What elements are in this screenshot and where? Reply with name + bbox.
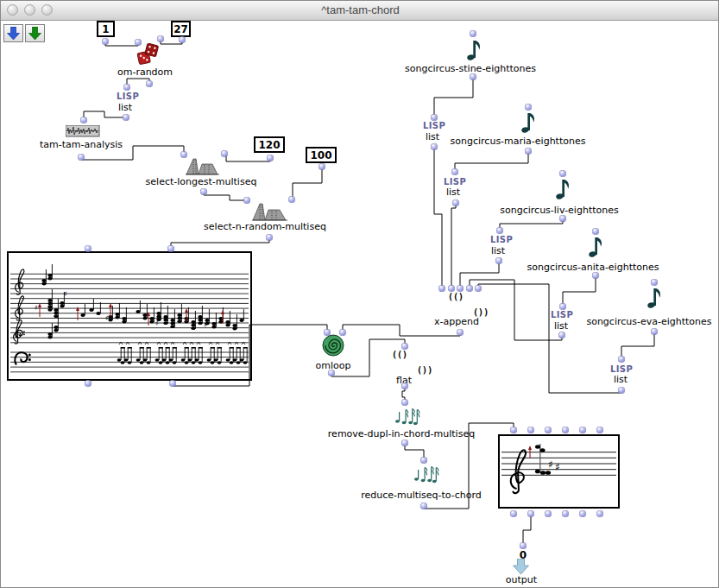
port[interactable] xyxy=(526,104,532,111)
port[interactable] xyxy=(597,427,603,433)
port[interactable] xyxy=(497,228,503,234)
port[interactable] xyxy=(546,511,552,517)
port[interactable] xyxy=(158,36,164,42)
port[interactable] xyxy=(470,74,476,80)
port[interactable] xyxy=(402,344,408,350)
patch-cord xyxy=(171,237,269,249)
port[interactable] xyxy=(563,511,569,517)
port[interactable] xyxy=(222,151,228,157)
patch-cord xyxy=(292,167,322,199)
port[interactable] xyxy=(563,427,569,433)
port[interactable] xyxy=(476,286,482,292)
port[interactable] xyxy=(546,427,552,433)
port[interactable] xyxy=(652,329,658,335)
port[interactable] xyxy=(511,511,517,517)
patch-cord xyxy=(500,218,563,231)
patch-cord xyxy=(455,151,528,172)
title-bar: ^tam-tam-chord xyxy=(1,1,719,21)
port[interactable] xyxy=(289,197,295,203)
port[interactable] xyxy=(340,330,346,336)
port[interactable] xyxy=(457,286,464,292)
port[interactable] xyxy=(124,85,130,91)
port[interactable] xyxy=(528,427,534,433)
port[interactable] xyxy=(580,427,586,433)
port[interactable] xyxy=(597,511,603,517)
port[interactable] xyxy=(402,383,408,389)
patch-window: ^tam-tam-chord 1 27 120 100 om-random xyxy=(0,0,719,588)
port[interactable] xyxy=(511,427,517,433)
port[interactable] xyxy=(457,330,464,336)
port[interactable] xyxy=(147,81,153,87)
port[interactable] xyxy=(81,117,87,123)
port[interactable] xyxy=(439,286,445,292)
port[interactable] xyxy=(402,440,408,446)
port[interactable] xyxy=(619,357,625,363)
port[interactable] xyxy=(267,235,273,241)
patch-cord xyxy=(84,111,126,120)
port[interactable] xyxy=(520,543,527,549)
port[interactable] xyxy=(180,37,186,43)
port[interactable] xyxy=(432,144,438,150)
port[interactable] xyxy=(79,155,85,161)
port[interactable] xyxy=(470,31,476,37)
port[interactable] xyxy=(244,198,250,204)
patch-cord xyxy=(343,325,460,336)
port[interactable] xyxy=(432,115,438,121)
port[interactable] xyxy=(652,280,658,286)
port[interactable] xyxy=(580,511,586,517)
port[interactable] xyxy=(181,152,187,158)
port[interactable] xyxy=(319,164,325,170)
patch-cord xyxy=(451,203,456,288)
patch-cord xyxy=(105,41,138,46)
patch-cord xyxy=(478,284,621,393)
port[interactable] xyxy=(526,149,532,155)
patch-cord xyxy=(434,77,473,117)
port[interactable] xyxy=(170,381,176,387)
port[interactable] xyxy=(103,39,109,45)
port[interactable] xyxy=(123,115,129,121)
patch-cords-layer xyxy=(1,1,719,588)
port[interactable] xyxy=(560,171,566,177)
port[interactable] xyxy=(402,400,408,406)
port[interactable] xyxy=(593,229,599,235)
output-index: 0 xyxy=(520,549,527,561)
port[interactable] xyxy=(168,246,174,252)
port[interactable] xyxy=(496,258,502,264)
patch-cord xyxy=(523,514,531,546)
port[interactable] xyxy=(201,189,207,195)
port[interactable] xyxy=(453,200,459,206)
patch-cord xyxy=(424,423,514,509)
port[interactable] xyxy=(268,155,274,161)
port[interactable] xyxy=(329,370,335,376)
patch-cord xyxy=(173,325,327,386)
patch-cord xyxy=(470,280,562,340)
port[interactable] xyxy=(136,40,142,46)
patch-cord xyxy=(81,146,184,160)
port[interactable] xyxy=(421,458,427,464)
port[interactable] xyxy=(467,286,473,292)
port[interactable] xyxy=(452,169,458,175)
patch-cord xyxy=(563,275,596,307)
patch-cord xyxy=(621,332,654,359)
port[interactable] xyxy=(85,381,91,387)
port[interactable] xyxy=(619,388,625,394)
port[interactable] xyxy=(528,511,534,517)
patch-cord xyxy=(204,192,247,200)
patch-cord xyxy=(434,147,442,288)
port[interactable] xyxy=(593,273,599,279)
port[interactable] xyxy=(560,304,566,310)
port[interactable] xyxy=(421,503,427,509)
port[interactable] xyxy=(560,216,566,222)
port[interactable] xyxy=(85,246,91,252)
window-title: ^tam-tam-chord xyxy=(1,3,719,16)
port[interactable] xyxy=(559,332,565,338)
port[interactable] xyxy=(325,330,331,336)
patch-cord xyxy=(331,339,405,376)
patch-cord xyxy=(224,154,270,161)
port[interactable] xyxy=(449,286,455,292)
